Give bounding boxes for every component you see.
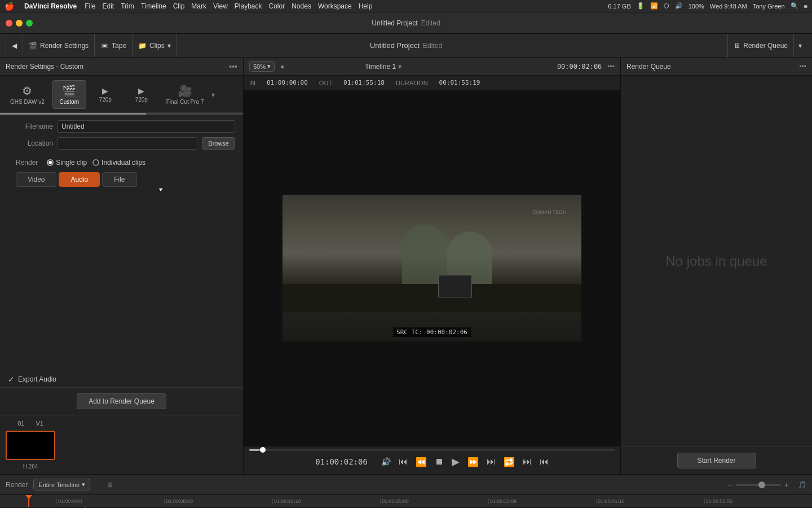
preset-finalcut[interactable]: 🎥 Final Cut Pro 7	[161, 81, 210, 108]
individual-clips-label: Individual clips	[102, 159, 145, 167]
stop-btn[interactable]: ⏹	[435, 457, 444, 467]
menu-timeline[interactable]: Timeline	[141, 2, 166, 10]
presets-row: ⚙ GHS DAW v2 🎬 Custom ▶ 720p ▶ 720p 🎥 Fi…	[0, 76, 243, 113]
menu-workspace[interactable]: Workspace	[318, 2, 352, 10]
filename-label: Filename	[8, 122, 53, 130]
render-queue-header: Render Queue •••	[621, 58, 812, 76]
zoom-dropdown-icon: ▾	[267, 63, 271, 70]
render-queue-options[interactable]: •••	[799, 63, 806, 71]
skip-to-end-btn[interactable]: ⏭	[487, 457, 496, 467]
presets-more-arrow[interactable]: ▾	[211, 91, 215, 99]
scroll-thumb	[0, 113, 146, 115]
zoom-slider[interactable]	[736, 484, 781, 486]
close-button[interactable]	[6, 20, 12, 27]
playhead-position	[249, 449, 260, 451]
menu-color[interactable]: Color	[269, 2, 285, 10]
preset-icon-720p2: ▶	[138, 86, 144, 95]
current-time-display: 01:00:02:06	[315, 457, 368, 466]
export-audio-check[interactable]: ✓	[8, 375, 15, 384]
toolbar-edited: Edited	[423, 42, 442, 50]
apple-menu[interactable]: 🍎	[5, 2, 14, 11]
tab-video[interactable]: Video	[16, 172, 56, 187]
app-name[interactable]: DaVinci Resolve	[24, 2, 77, 10]
maximize-button[interactable]	[26, 20, 33, 27]
tab-audio[interactable]: Audio	[59, 172, 100, 187]
zoom-slider-thumb	[758, 481, 765, 488]
ruler-playhead	[28, 495, 29, 507]
preset-icon-720p1: ▶	[102, 86, 108, 95]
progress-bar[interactable]	[249, 449, 615, 451]
next-frame-btn[interactable]: ⏭	[523, 457, 532, 467]
timeline-options: ⊞	[107, 481, 113, 489]
timeline-dropdown-icon[interactable]: ▾	[398, 63, 401, 71]
individual-clips-option[interactable]: Individual clips	[92, 159, 145, 167]
menu-nodes[interactable]: Nodes	[292, 2, 311, 10]
storage-indicator: 6.17 GB	[608, 3, 630, 10]
toolbar-collapse-btn[interactable]: ▾	[793, 34, 806, 57]
location-input[interactable]	[58, 137, 197, 150]
video-canvas: COMPU TECH SRC TC: 00:00:02:06	[283, 195, 581, 341]
video-preview-area: COMPU TECH SRC TC: 00:00:02:06	[244, 90, 620, 446]
export-audio-row: ✓ Export Audio	[0, 371, 243, 387]
timeline-grid-icon[interactable]: ⊞	[107, 481, 113, 489]
preset-720p-1[interactable]: ▶ 720p	[89, 83, 122, 106]
menu-view[interactable]: View	[213, 2, 228, 10]
timeline-name-text: Timeline 1	[365, 63, 396, 71]
preset-custom[interactable]: 🎬 Custom	[52, 80, 86, 109]
prev-frame-btn[interactable]: ⏮	[540, 457, 549, 467]
preset-label-finalcut: Final Cut Pro 7	[166, 99, 204, 105]
browse-button[interactable]: Browse	[202, 137, 235, 150]
menu-clip[interactable]: Clip	[173, 2, 185, 10]
preset-ghs-daw[interactable]: ⚙ GHS DAW v2	[5, 81, 50, 108]
menu-extra-icon[interactable]: ≡	[804, 3, 807, 10]
minimize-button[interactable]	[16, 20, 23, 27]
toolbar: ◀ 🎬 Render Settings 📼 Tape 📁 Clips ▾ Unt…	[0, 34, 812, 58]
menu-mark[interactable]: Mark	[191, 2, 206, 10]
tab-file[interactable]: File	[102, 172, 136, 187]
username: Tony Green	[753, 3, 785, 10]
skip-to-start-btn[interactable]: ⏮	[399, 457, 408, 467]
scroll-indicator	[0, 113, 243, 115]
no-jobs-label: No jobs in queue	[621, 76, 812, 446]
volume-btn[interactable]: 🔊	[381, 457, 391, 466]
zoom-selector[interactable]: 50% ▾	[249, 61, 275, 72]
single-clip-option[interactable]: Single clip	[47, 159, 87, 167]
settings-dot[interactable]: ●	[280, 63, 284, 71]
play-btn[interactable]: ▶	[452, 456, 460, 468]
clips-btn[interactable]: 📁 Clips ▾	[133, 34, 177, 57]
traffic-lights	[6, 20, 33, 27]
zoom-out-btn[interactable]: −	[728, 480, 732, 489]
menu-help[interactable]: Help	[359, 2, 373, 10]
search-icon[interactable]: 🔍	[791, 2, 798, 10]
zoom-in-btn[interactable]: +	[784, 480, 789, 489]
start-render-button[interactable]: Start Render	[677, 453, 756, 468]
preset-icon-ghs: ⚙	[22, 84, 32, 98]
loop-btn[interactable]: 🔁	[504, 457, 515, 467]
location-label: Location	[8, 139, 53, 147]
panel-options-btn[interactable]: •••	[229, 62, 237, 71]
menu-edit[interactable]: Edit	[103, 2, 114, 10]
toolbar-expand[interactable]: ◀	[6, 34, 23, 57]
preview-options-btn[interactable]: •••	[607, 63, 615, 71]
preset-720p-2[interactable]: ▶ 720p	[125, 83, 158, 106]
ruler-mark-6: 01:00:50:00	[704, 498, 812, 504]
individual-clips-radio[interactable]	[92, 159, 99, 166]
duration-value: 00:01:55:19	[439, 79, 480, 86]
timeline-name-display: Timeline 1 ▾	[365, 63, 401, 71]
tape-btn[interactable]: 📼 Tape	[95, 34, 133, 57]
render-settings-title: Render Settings - Custom	[6, 63, 83, 71]
render-queue-btn[interactable]: 🖥 Render Queue	[727, 34, 793, 58]
single-clip-radio[interactable]	[47, 159, 54, 166]
menu-trim[interactable]: Trim	[121, 2, 134, 10]
audio-icon: 🎵	[798, 481, 806, 489]
step-back-btn[interactable]: ⏪	[416, 457, 427, 467]
step-forward-btn[interactable]: ⏩	[467, 457, 479, 467]
menu-playback[interactable]: Playback	[235, 2, 262, 10]
timeline-ruler: 01:00:00:0 01:00:08:08 01:00:16:16 01:00…	[0, 495, 812, 507]
filename-input[interactable]	[58, 120, 235, 133]
render-settings-btn[interactable]: 🎬 Render Settings	[23, 34, 95, 57]
playhead-marker	[260, 447, 266, 453]
add-to-queue-button[interactable]: Add to Render Queue	[77, 393, 166, 409]
menu-file[interactable]: File	[85, 2, 95, 10]
render-range-dropdown[interactable]: Entire Timeline ▾	[33, 479, 90, 491]
